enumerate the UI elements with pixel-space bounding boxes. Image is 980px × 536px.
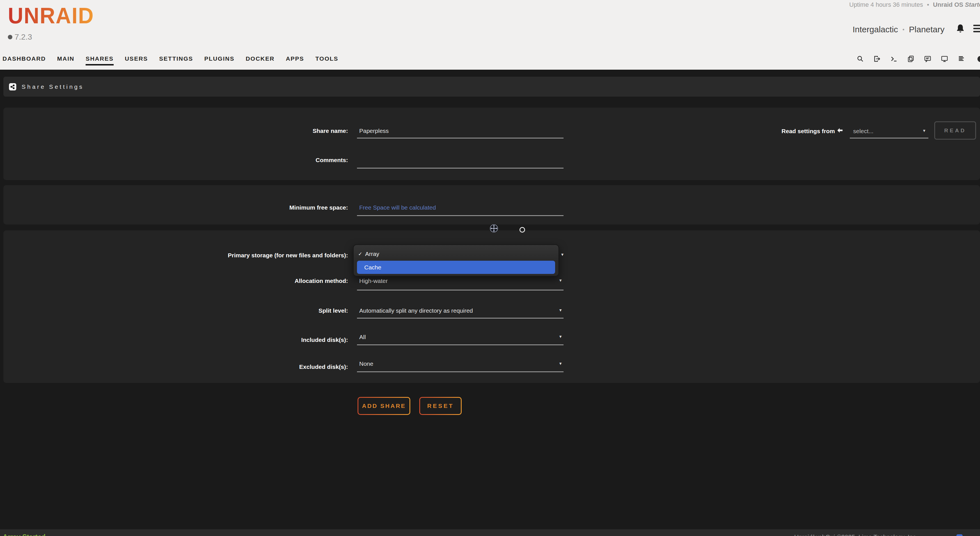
nav-dashboard[interactable]: DASHBOARD: [3, 55, 46, 64]
log-icon[interactable]: [958, 55, 965, 63]
included-disks-label: Included disk(s):: [0, 332, 348, 343]
min-free-space-input[interactable]: Free Space will be calculated: [357, 201, 563, 216]
nav-docker[interactable]: DOCKER: [245, 55, 274, 64]
excluded-disks-select[interactable]: None ▼: [357, 360, 563, 372]
allocation-method-select[interactable]: High-water ▼: [357, 276, 563, 290]
included-disks-row: Included disk(s): All ▼: [0, 332, 563, 345]
reset-button[interactable]: RESET: [419, 397, 461, 415]
header-toolbar: [856, 55, 965, 63]
form-buttons: ADD SHARE RESET: [358, 397, 461, 415]
share-icon[interactable]: [9, 83, 16, 91]
chevron-down-icon: ▼: [922, 128, 926, 133]
read-button[interactable]: READ: [934, 121, 976, 140]
server-name: Intergalactic • Planetary: [853, 25, 945, 34]
notifications-badge-icon[interactable]: [977, 56, 980, 62]
os-version: 7.2.3: [8, 33, 32, 41]
add-share-button[interactable]: ADD SHARE: [358, 397, 410, 415]
nav-plugins[interactable]: PLUGINS: [204, 55, 234, 64]
uptime-status: Uptime 4 hours 36 minutes•Unraid OSStart…: [849, 1, 980, 8]
nav-settings[interactable]: SETTINGS: [159, 55, 193, 64]
nav-users[interactable]: USERS: [125, 55, 148, 64]
share-name-row: Share name: Paperpless: [0, 124, 563, 139]
unraid-logo[interactable]: UNRAID: [8, 3, 94, 29]
split-level-label: Split level:: [0, 305, 348, 314]
unraid-share-settings-page: UNRAID 7.2.3 Uptime 4 hours 36 minutes•U…: [0, 0, 980, 536]
logout-icon[interactable]: [873, 55, 881, 63]
feedback-icon[interactable]: [924, 55, 931, 63]
chevron-down-icon: ▼: [558, 308, 562, 313]
excluded-disks-row: Excluded disk(s): None ▼: [0, 360, 563, 372]
notifications-bell-icon[interactable]: [955, 23, 966, 34]
excluded-disks-label: Excluded disk(s):: [0, 360, 348, 370]
footer-blue-icon[interactable]: [956, 534, 963, 536]
arrow-left-icon: [836, 127, 843, 134]
share-name-label: Share name:: [0, 124, 348, 134]
primary-storage-dropdown: ✓ Array Cache: [353, 244, 559, 276]
search-icon[interactable]: [856, 55, 864, 63]
nav-main[interactable]: MAIN: [57, 55, 75, 64]
page-titlebar: Share Settings: [3, 77, 980, 97]
read-settings-select[interactable]: select... ▼: [850, 124, 928, 139]
version-dot-icon: [8, 35, 12, 39]
comments-row: Comments:: [0, 154, 563, 169]
monitor-icon[interactable]: [941, 55, 948, 63]
split-level-row: Split level: Automatically split any dir…: [0, 305, 563, 319]
comments-input[interactable]: [357, 154, 563, 169]
server-description: Planetary: [909, 25, 945, 34]
chevron-down-icon: ▼: [558, 334, 562, 339]
nav-apps[interactable]: APPS: [286, 55, 304, 64]
allocation-method-row: Allocation method: High-water ▼: [0, 276, 563, 290]
click-indicator: [519, 227, 525, 233]
chevron-down-icon: ▼: [558, 361, 562, 366]
share-name-input[interactable]: Paperpless: [357, 124, 563, 139]
terminal-icon[interactable]: [890, 55, 898, 63]
chevron-down-icon: ▼: [560, 252, 564, 257]
main-nav: DASHBOARD MAIN SHARES USERS SETTINGS PLU…: [3, 55, 339, 65]
server-title: Intergalactic: [853, 25, 898, 34]
footer: Array Started Unraid/webGui ©2025, Lime …: [0, 529, 980, 536]
primary-storage-row: Primary storage (for new files and folde…: [0, 247, 348, 259]
read-settings-label: Read settings from: [730, 128, 835, 134]
nav-tools[interactable]: TOOLS: [315, 55, 339, 64]
menu-icon[interactable]: [973, 25, 980, 34]
dropdown-option-array[interactable]: ✓ Array: [353, 247, 558, 261]
panel-share-identity: [3, 108, 980, 180]
header: UNRAID 7.2.3 Uptime 4 hours 36 minutes•U…: [0, 0, 980, 70]
page-title: Share Settings: [22, 83, 84, 90]
check-icon: ✓: [358, 251, 362, 257]
copyright: Unraid/webGui ©2025, Lime Technology, In…: [794, 533, 918, 536]
split-level-select[interactable]: Automatically split any directory as req…: [357, 305, 563, 319]
comments-label: Comments:: [0, 154, 348, 163]
allocation-method-label: Allocation method:: [0, 276, 348, 284]
dropdown-option-cache[interactable]: Cache: [357, 261, 555, 274]
uptime-text: Uptime 4 hours 36 minutes: [849, 1, 923, 8]
min-free-space-row: Minimum free space: Free Space will be c…: [0, 201, 563, 216]
min-free-space-label: Minimum free space:: [0, 201, 348, 211]
nav-shares[interactable]: SHARES: [86, 55, 114, 65]
primary-storage-label: Primary storage (for new files and folde…: [0, 247, 348, 259]
array-status[interactable]: Array Started: [3, 533, 46, 536]
included-disks-select[interactable]: All ▼: [357, 332, 563, 345]
copy-icon[interactable]: [907, 55, 915, 63]
chevron-down-icon: ▼: [558, 278, 562, 282]
move-cursor-icon: [489, 223, 499, 233]
